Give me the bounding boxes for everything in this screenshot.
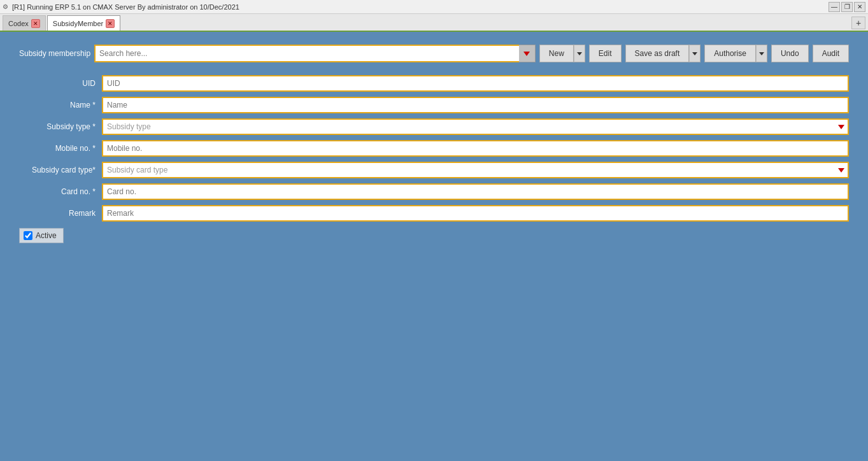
subsidy-card-type-label: Subsidy card type* [19, 166, 102, 174]
subsidy-type-select[interactable]: Subsidy type [102, 118, 849, 135]
name-label: Name * [19, 101, 102, 110]
new-button[interactable]: New [539, 45, 574, 62]
uid-label: UID [19, 79, 102, 88]
title-bar-text: [R1] Running ERP 5.1 on CMAX Server By a… [12, 3, 239, 11]
uid-row: UID [19, 75, 849, 92]
mobile-no-input[interactable] [102, 140, 849, 157]
active-label: Active [36, 231, 57, 240]
save-as-draft-button[interactable]: Save as draft [625, 45, 690, 62]
tab-subsidymember-label: SubsidyMember [53, 20, 103, 27]
active-checkbox[interactable] [24, 231, 32, 240]
save-as-draft-button-group: Save as draft [625, 45, 701, 62]
title-bar: ⚙ [R1] Running ERP 5.1 on CMAX Server By… [0, 0, 868, 14]
minimize-button[interactable]: — [829, 2, 840, 12]
authorise-button-group: Authorise [704, 45, 767, 62]
edit-button[interactable]: Edit [589, 45, 622, 62]
search-label: Subsidy membership [19, 49, 90, 58]
undo-button[interactable]: Undo [771, 45, 809, 62]
remark-input[interactable] [102, 205, 849, 222]
tab-add-button[interactable]: + [851, 17, 865, 29]
subsidy-card-type-row: Subsidy card type* Subsidy card type [19, 162, 849, 178]
audit-button[interactable]: Audit [813, 45, 849, 62]
tab-codex[interactable]: Codex ✕ [3, 15, 46, 31]
authorise-dropdown-arrow-icon [759, 52, 764, 55]
authorise-button[interactable]: Authorise [704, 45, 756, 62]
remark-label: Remark [19, 209, 102, 218]
new-dropdown-arrow-icon [577, 52, 582, 55]
save-as-draft-dropdown-button[interactable] [689, 45, 701, 62]
subsidy-type-label: Subsidy type * [19, 122, 102, 131]
tab-subsidymember[interactable]: SubsidyMember ✕ [47, 15, 120, 31]
subsidy-type-container: Subsidy type [102, 118, 849, 135]
card-no-label: Card no. * [19, 187, 102, 196]
toolbar-row: Subsidy membership New Edit Save as draf… [19, 45, 849, 62]
remark-row: Remark [19, 205, 849, 222]
maximize-button[interactable]: ❐ [841, 2, 853, 12]
name-row: Name * [19, 97, 849, 113]
authorise-dropdown-button[interactable] [756, 45, 767, 62]
save-as-draft-dropdown-arrow-icon [692, 52, 697, 55]
search-container [94, 45, 536, 62]
search-dropdown-arrow-icon [523, 52, 530, 56]
card-no-input[interactable] [102, 183, 849, 200]
subsidy-card-type-select[interactable]: Subsidy card type [102, 162, 849, 178]
subsidy-card-type-container: Subsidy card type [102, 162, 849, 178]
close-button[interactable]: ✕ [854, 2, 865, 12]
new-dropdown-button[interactable] [574, 45, 585, 62]
name-input[interactable] [102, 97, 849, 113]
new-button-group: New [539, 45, 585, 62]
form-area: UID Name * Subsidy type * Subsidy type M… [19, 75, 849, 243]
title-bar-controls: — ❐ ✕ [829, 2, 865, 12]
active-row: Active [19, 228, 849, 243]
uid-input[interactable] [102, 75, 849, 92]
active-checkbox-container: Active [19, 228, 64, 243]
subsidy-type-row: Subsidy type * Subsidy type [19, 118, 849, 135]
app-icon: ⚙ [3, 3, 8, 10]
card-no-row: Card no. * [19, 183, 849, 200]
mobile-no-row: Mobile no. * [19, 140, 849, 157]
tab-bar: Codex ✕ SubsidyMember ✕ + [0, 14, 868, 32]
main-content: Subsidy membership New Edit Save as draf… [0, 32, 868, 461]
search-input[interactable] [94, 45, 536, 62]
mobile-no-label: Mobile no. * [19, 144, 102, 153]
search-dropdown-button[interactable] [519, 45, 536, 62]
tab-subsidymember-close[interactable]: ✕ [106, 19, 115, 28]
tab-codex-label: Codex [8, 20, 29, 27]
tab-codex-close[interactable]: ✕ [31, 19, 40, 28]
